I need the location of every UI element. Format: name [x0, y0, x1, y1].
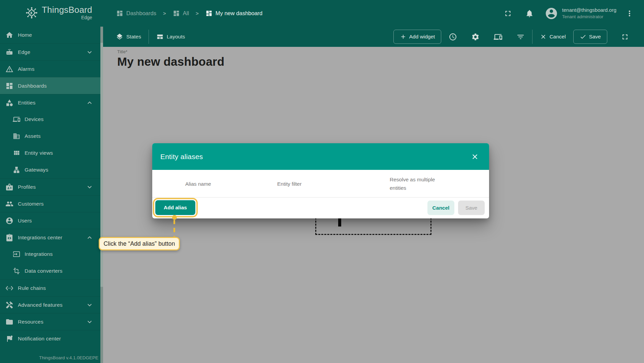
sidebar-item-advanced-features[interactable]: Advanced features — [0, 296, 103, 313]
dashboards-icon — [5, 82, 13, 90]
dashboard-title[interactable]: My new dashboard — [117, 55, 224, 68]
tour-tooltip: Click the “Add alias” button — [99, 237, 180, 250]
fullscreen-icon[interactable] — [504, 9, 512, 18]
thingsboard-logo-icon — [24, 5, 39, 20]
toolbar-divider — [532, 30, 533, 44]
sidebar-item-profiles[interactable]: Profiles — [0, 178, 103, 195]
title-field-label: Title* — [117, 49, 224, 54]
entities-icon — [5, 99, 13, 107]
chevron-down-icon — [86, 48, 94, 56]
dialog-cancel-button[interactable]: Cancel — [427, 201, 454, 215]
add-alias-button[interactable]: Add alias — [155, 200, 195, 215]
gateways-icon — [13, 166, 20, 174]
sidebar-item-users[interactable]: Users — [0, 212, 103, 229]
user-role: Tenant administrator — [562, 13, 616, 20]
sidebar-item-notification-center[interactable]: Notification center — [0, 330, 103, 347]
user-info[interactable]: tenant@thingsboard.org Tenant administra… — [562, 7, 616, 20]
filter-icon[interactable] — [516, 33, 525, 41]
breadcrumb-separator: > — [163, 10, 166, 16]
breadcrumb: Dashboards>All>My new dashboard — [116, 0, 262, 27]
logo-subtitle: Edge — [81, 15, 92, 20]
users-icon — [5, 217, 13, 225]
chevron-down-icon — [86, 183, 94, 191]
assets-icon — [13, 132, 20, 140]
chevron-up-icon — [86, 99, 94, 107]
sidebar-item-data-converters[interactable]: Data converters — [0, 263, 103, 279]
sidebar-item-gateways[interactable]: Gateways — [0, 161, 103, 178]
sidebar-item-rule-chains[interactable]: Rule chains — [0, 279, 103, 296]
sidebar-item-alarms[interactable]: Alarms — [0, 60, 103, 77]
sidebar-item-dashboards[interactable]: Dashboards — [0, 77, 103, 94]
tour-tooltip-text: Click the “Add alias” button — [104, 240, 175, 247]
profiles-icon — [5, 183, 13, 191]
sidebar-item-home[interactable]: Home — [0, 27, 103, 43]
chevron-down-icon — [86, 318, 94, 326]
check-icon — [580, 33, 586, 40]
cancel-edit-button[interactable]: Cancel — [540, 33, 566, 40]
column-header: Entity filter — [277, 179, 301, 188]
chevron-down-icon — [86, 301, 94, 309]
dashboard-edit-toolbar: States Layouts Add widget Cancel Save — [103, 27, 644, 47]
app-header: ThingsBoard Edge Dashboards>All>My new d… — [0, 0, 644, 27]
tour-anchor-dot — [172, 215, 177, 220]
plus-icon — [400, 33, 407, 40]
devices-icon — [13, 116, 20, 123]
sidebar-item-edge[interactable]: Edge — [0, 43, 103, 60]
column-header: Resolve as multiple entities — [390, 175, 442, 192]
add-widget-button[interactable]: Add widget — [393, 30, 442, 44]
dialog-footer: Add alias Cancel Save — [152, 198, 489, 218]
states-layers-icon — [116, 33, 123, 40]
breadcrumb-item-all[interactable]: All — [173, 10, 189, 17]
save-dashboard-button[interactable]: Save — [573, 30, 607, 44]
dialog-header: Entity aliases — [152, 143, 489, 170]
time-window-clock-icon[interactable] — [449, 33, 457, 41]
resources-icon — [5, 318, 13, 326]
entity-aliases-dialog: Entity aliases Alias nameEntity filterRe… — [152, 143, 489, 218]
settings-gear-icon[interactable] — [471, 33, 480, 41]
data-converters-icon — [13, 267, 20, 275]
sidebar-item-customers[interactable]: Customers — [0, 195, 103, 212]
device-layouts-icon[interactable] — [494, 33, 502, 41]
notification-center-icon — [5, 335, 13, 343]
rule-chains-icon — [5, 284, 13, 292]
home-icon — [5, 31, 13, 39]
breadcrumb-item-my-new-dashboard[interactable]: My new dashboard — [205, 10, 262, 17]
logo-title: ThingsBoard — [42, 5, 92, 15]
sidebar-item-resources[interactable]: Resources — [0, 313, 103, 330]
sidebar-item-devices[interactable]: Devices — [0, 111, 103, 128]
sidebar-scrollbar[interactable] — [100, 27, 103, 363]
dashboard-icon — [116, 10, 123, 17]
advanced-features-icon — [5, 301, 13, 309]
breadcrumb-item-dashboards[interactable]: Dashboards — [116, 10, 156, 17]
sidebar: HomeEdgeAlarmsDashboardsEntitiesDevicesA… — [0, 27, 103, 363]
header-actions: tenant@thingsboard.org Tenant administra… — [504, 0, 634, 27]
layouts-button[interactable]: Layouts — [156, 33, 185, 40]
app-version: ThingsBoard v.4.1.0EDGEPE — [39, 355, 98, 360]
dialog-title: Entity aliases — [160, 153, 203, 161]
avatar[interactable] — [545, 7, 558, 20]
integrations-center-icon — [5, 234, 13, 242]
sidebar-item-assets[interactable]: Assets — [0, 128, 103, 145]
chevron-up-icon — [86, 234, 94, 242]
states-button[interactable]: States — [116, 33, 141, 40]
dialog-save-button[interactable]: Save — [458, 201, 485, 215]
notifications-bell-icon[interactable] — [525, 9, 534, 18]
toolbar-fullscreen-icon[interactable] — [621, 33, 629, 41]
sidebar-item-integrations[interactable]: Integrations — [0, 246, 103, 263]
dialog-close-icon[interactable] — [471, 153, 479, 161]
entity-views-icon — [13, 149, 20, 157]
close-icon — [540, 33, 547, 40]
layouts-icon — [156, 33, 164, 40]
alias-table-header: Alias nameEntity filterResolve as multip… — [152, 170, 489, 198]
sidebar-item-integrations-center[interactable]: Integrations center — [0, 229, 103, 246]
more-menu-kebab-icon[interactable] — [625, 9, 634, 18]
tour-dashed-connector — [173, 220, 175, 239]
dashboard-icon — [173, 10, 180, 17]
user-email: tenant@thingsboard.org — [562, 7, 616, 13]
sidebar-item-entities[interactable]: Entities — [0, 94, 103, 111]
sidebar-item-entity-views[interactable]: Entity views — [0, 145, 103, 161]
integrations-icon — [13, 250, 20, 258]
toolbar-divider — [149, 30, 149, 44]
thingsboard-logo[interactable]: ThingsBoard Edge — [24, 5, 92, 20]
customers-icon — [5, 200, 13, 208]
